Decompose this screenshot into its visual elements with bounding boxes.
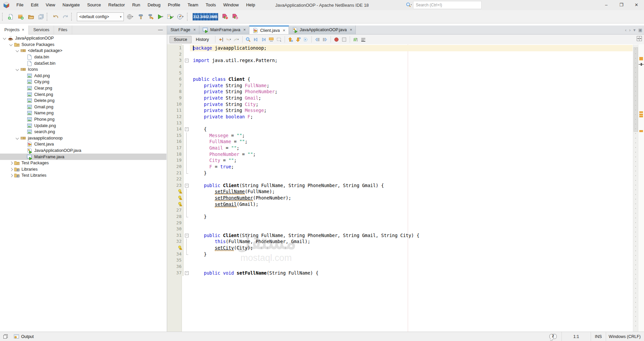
output-window-button[interactable]: Output (14, 334, 34, 339)
code-line-20[interactable]: 20 F = true; (167, 164, 633, 170)
profile-point-time-button[interactable] (220, 12, 230, 22)
tree-item-data.bin[interactable]: data.bin (0, 54, 166, 60)
code-line-6[interactable]: 6public class Client { (167, 76, 633, 82)
close-icon[interactable]: × (350, 27, 352, 32)
maximize-window-icon[interactable]: ▣ (638, 27, 642, 33)
code-line-33[interactable]: setCity(City); (167, 245, 633, 251)
warning-mark[interactable] (639, 114, 643, 115)
chevron-down-icon[interactable] (2, 36, 8, 41)
code-text[interactable]: setFullName(FullName); (190, 188, 633, 195)
chevron-down-icon[interactable] (15, 48, 20, 53)
code-line-3[interactable]: 3−import java.util.regex.Pattern; (167, 57, 633, 64)
code-line-9[interactable]: 9 private String Gmail; (167, 95, 633, 101)
menu-window[interactable]: Window (219, 0, 242, 10)
minimize-panel-icon[interactable]: — (158, 25, 163, 34)
code-line-18[interactable]: 18 PhoneNumber = ""; (167, 151, 633, 158)
find-previous-button[interactable] (252, 36, 260, 43)
editor-tab-javaapplicationoop.java[interactable]: JavaApplicationOOP.java× (289, 25, 356, 34)
error-stripe[interactable] (638, 44, 644, 332)
notifications-badge[interactable]: 2 (549, 334, 557, 339)
code-text[interactable]: private boolean F; (190, 114, 633, 120)
split-document-icon[interactable] (636, 36, 642, 42)
code-line-7[interactable]: 7 private String FullName; (167, 82, 633, 89)
code-text[interactable] (190, 51, 633, 58)
scroll-tabs-left-icon[interactable]: ‹ (625, 27, 626, 33)
code-line-31[interactable]: 31− public Client(String FullName, Strin… (167, 232, 633, 239)
chevron-down-icon[interactable] (8, 42, 14, 47)
code-text[interactable]: Gmail = ""; (190, 145, 633, 151)
fold-toggle-icon[interactable]: − (185, 127, 189, 131)
code-text[interactable] (190, 120, 633, 126)
next-bookmark-button[interactable] (294, 36, 302, 43)
code-line-28[interactable]: 28 } (167, 214, 633, 220)
chevron-right-icon[interactable] (8, 160, 14, 166)
tree-item-javaapplicationoop[interactable]: javaapplicationoop (0, 135, 166, 141)
menu-refactor[interactable]: Refactor (105, 0, 129, 10)
code-line-12[interactable]: 12 private boolean F; (167, 114, 633, 120)
fold-toggle-icon[interactable]: − (185, 271, 189, 275)
build-project-button[interactable] (136, 12, 146, 22)
code-line-22[interactable]: 22 (167, 176, 633, 182)
shift-line-right-button[interactable] (321, 36, 329, 43)
code-text[interactable] (190, 207, 633, 214)
code-text[interactable]: private String City; (190, 101, 633, 108)
tree-item--default-package-[interactable]: <default package> (0, 48, 166, 54)
rectangular-selection-button[interactable] (275, 36, 283, 43)
tree-item-client.java[interactable]: Client.java (0, 141, 166, 148)
code-line-11[interactable]: 11 private String Messege; (167, 107, 633, 114)
code-text[interactable]: } (190, 170, 633, 176)
code-line-23[interactable]: 23− public Client(String FullName, Strin… (167, 182, 633, 189)
code-line-1[interactable]: 1package javaapplicationoop; (167, 45, 633, 51)
code-text[interactable] (190, 64, 633, 70)
new-file-button[interactable] (6, 12, 16, 22)
chevron-down-icon[interactable] (15, 135, 20, 141)
redo-button[interactable] (60, 12, 70, 22)
close-button[interactable]: ✕ (629, 0, 644, 10)
profile-point-lock-button[interactable] (230, 12, 240, 22)
code-text[interactable] (190, 220, 633, 226)
chevron-down-icon[interactable]: ▾ (172, 15, 176, 18)
code-line-37[interactable]: 37− public void setFullName(String FullN… (167, 270, 633, 276)
chevron-down-icon[interactable]: ▾ (132, 15, 135, 18)
panel-tab-projects[interactable]: Projects× (0, 25, 29, 35)
menu-navigate[interactable]: Navigate (59, 0, 83, 10)
code-text[interactable]: FullName = ""; (190, 138, 633, 145)
uncomment-button[interactable] (359, 36, 367, 43)
code-line-13[interactable]: 13 (167, 120, 633, 126)
tree-item-libraries[interactable]: Libraries (0, 166, 166, 172)
debug-project-button[interactable]: ▾ (166, 12, 176, 22)
caret-position[interactable]: 1:1 (562, 332, 591, 341)
code-line-24[interactable]: setFullName(FullName); (167, 188, 633, 195)
warning-mark[interactable] (639, 111, 643, 113)
vertical-scrollbar[interactable] (633, 45, 638, 332)
menu-source[interactable]: Source (84, 0, 105, 10)
code-line-16[interactable]: 16 FullName = ""; (167, 138, 633, 145)
tree-item-source-packages[interactable]: Source Packages (0, 42, 166, 48)
fold-toggle-icon[interactable]: − (185, 59, 189, 62)
close-icon[interactable]: × (243, 27, 246, 32)
tree-item-name.png[interactable]: Name.png (0, 110, 166, 116)
code-line-19[interactable]: 19 City = ""; (167, 157, 633, 164)
menu-tools[interactable]: Tools (202, 0, 219, 10)
code-line-8[interactable]: 8 private String PhoneNumber; (167, 89, 633, 95)
menu-run[interactable]: Run (129, 0, 144, 10)
chevron-right-icon[interactable] (8, 173, 14, 178)
previous-bookmark-button[interactable] (287, 36, 294, 43)
code-line-15[interactable]: 15 Messege = ""; (167, 132, 633, 139)
tree-item-update.png[interactable]: Update.png (0, 122, 166, 129)
tree-item-city.png[interactable]: City.png (0, 79, 166, 85)
code-text[interactable]: public void setFullName(String FullName)… (190, 270, 633, 276)
code-text[interactable]: Messege = ""; (190, 132, 633, 139)
chevron-right-icon[interactable] (8, 167, 14, 172)
save-all-button[interactable] (36, 12, 46, 22)
tree-item-phone.png[interactable]: Phone.png (0, 116, 166, 123)
start-macro-recording-button[interactable] (333, 36, 340, 43)
tree-item-gmail.png[interactable]: Gmail.png (0, 104, 166, 110)
fold-toggle-icon[interactable]: − (185, 184, 189, 187)
code-line-27[interactable]: 27 (167, 207, 633, 214)
code-line-5[interactable]: 5 (167, 70, 633, 76)
source-view-button[interactable]: Source (169, 36, 192, 43)
code-text[interactable] (190, 264, 633, 270)
code-line-34[interactable]: 34 } (167, 251, 633, 258)
code-text[interactable]: import java.util.regex.Pattern; (190, 57, 633, 64)
